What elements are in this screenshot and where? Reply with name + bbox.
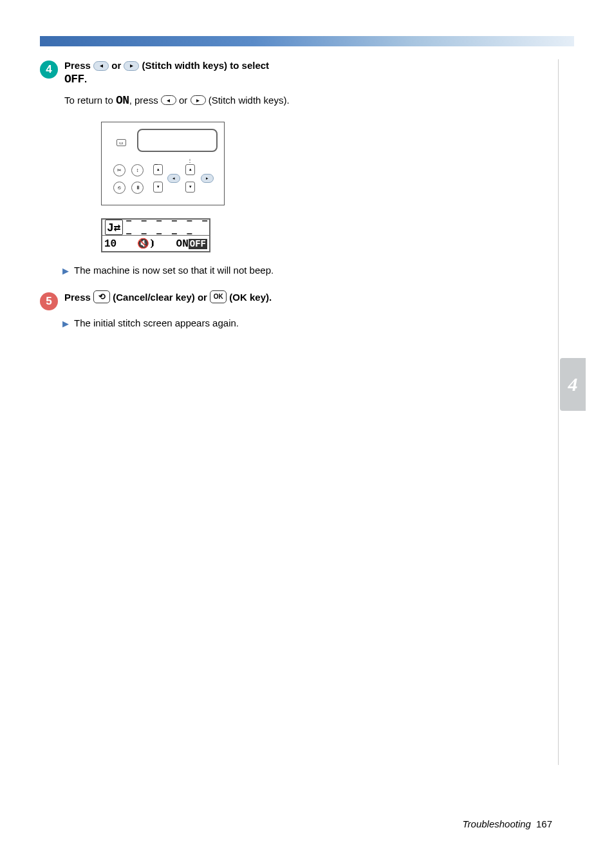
panel-scissor-icon: ✂	[113, 164, 126, 176]
step-number-4: 4	[40, 61, 58, 79]
panel-up2-icon: ▴	[185, 164, 195, 175]
main-content: 4 Press or (Stitch width keys) to select…	[40, 59, 297, 330]
cancel-key-icon	[93, 290, 110, 303]
off-label: OFF	[64, 73, 84, 86]
preset-icon: J⇄	[105, 220, 123, 235]
vertical-divider	[558, 59, 559, 765]
panel-dots-icon: ⋮	[187, 158, 192, 164]
page-footer: Troubleshooting167	[463, 818, 553, 829]
lcd-onoff: ONOFF	[176, 238, 207, 250]
panel-needle-icon: ↕	[131, 164, 144, 176]
step-number-5: 5	[40, 292, 58, 310]
panel-right-highlight-icon: ▸	[201, 174, 214, 183]
panel-down-icon: ▾	[153, 182, 163, 193]
lcd-top-row: J⇄ – – – – – – – – – – –	[102, 220, 209, 236]
step-4-row: 4 Press or (Stitch width keys) to select…	[40, 59, 297, 88]
diagrams: ▭ ✂ ↕ ⎋ ⏸ ▴ ▾ ⎯ ▴ ▾ ⋮ ◂ ▸ J⇄ – – – – – –…	[101, 122, 297, 252]
panel-foot-icon: ⎋	[113, 182, 126, 194]
panel-card-icon: ▭	[116, 139, 126, 146]
step-4-result: ▶ The machine is now set so that it will…	[62, 264, 297, 277]
off-badge: OFF	[189, 239, 207, 249]
step-5-row: 5 Press (Cancel/clear key) or OK (OK key…	[40, 291, 297, 310]
panel-stop-icon: ⏸	[131, 182, 144, 194]
panel-down2-icon: ▾	[185, 182, 195, 193]
return-instruction: To return to ON, press or (Stitch width …	[64, 93, 297, 109]
on-label: ON	[116, 94, 129, 107]
lcd-value: 10	[104, 238, 116, 250]
dashed-line: – – – – – – – – – – –	[126, 214, 209, 240]
arrow-icon: ▶	[62, 318, 69, 330]
panel-stitch-icon: ⎯	[154, 159, 158, 165]
panel-left-highlight-icon: ◂	[167, 174, 180, 183]
panel-up-icon: ▴	[153, 164, 163, 175]
step-5-instruction: Press (Cancel/clear key) or OK (OK key).	[64, 291, 297, 305]
header-bar	[40, 36, 574, 46]
ok-key-icon: OK	[210, 290, 227, 303]
right-key-icon	[124, 61, 139, 71]
step-5-result: ▶ The initial stitch screen appears agai…	[62, 317, 297, 330]
left-key-icon	[161, 95, 176, 105]
panel-lcd-icon	[137, 129, 218, 152]
left-key-icon	[93, 61, 109, 71]
arrow-icon: ▶	[62, 265, 69, 277]
control-panel-diagram: ▭ ✂ ↕ ⎋ ⏸ ▴ ▾ ⎯ ▴ ▾ ⋮ ◂ ▸	[101, 122, 225, 205]
chapter-tab: 4	[560, 358, 586, 411]
speaker-mute-icon: 🔇⦘	[137, 238, 155, 250]
right-key-icon	[191, 95, 206, 105]
lcd-display-diagram: J⇄ – – – – – – – – – – – 10 🔇⦘ ONOFF	[101, 218, 210, 252]
step-4-instruction: Press or (Stitch width keys) to select O…	[64, 59, 297, 88]
